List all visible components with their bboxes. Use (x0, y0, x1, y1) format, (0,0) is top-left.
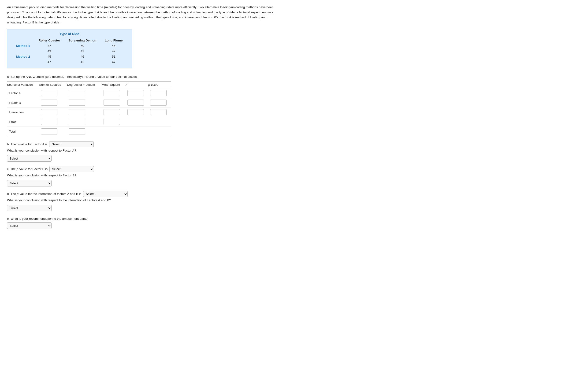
sd-1-2: 42 (64, 48, 101, 54)
interaction-ms[interactable] (104, 109, 120, 115)
col-header-0 (12, 38, 34, 43)
q-b-conclusion-select[interactable]: Select (7, 155, 52, 162)
lf-2-1: 51 (101, 54, 127, 59)
col-header-2: Screaming Demon (64, 38, 101, 43)
col-header-3: Long Flume (101, 38, 127, 43)
rc-1-1: 47 (34, 43, 64, 48)
q-d-conclusion-select[interactable]: Select (7, 205, 52, 211)
q-b-pvalue-select-wrapper: Select (49, 141, 94, 147)
factor-b-pvalue[interactable] (150, 100, 167, 106)
factor-b-row: Factor B (7, 98, 171, 108)
q-e-label: e. What is your recommendation to the am… (7, 215, 274, 222)
q-c-pvalue-select-wrapper: Select (49, 166, 94, 172)
method-2-label: Method 2 (12, 54, 34, 59)
factor-a-label: Factor A (7, 88, 39, 98)
method-2-label-2 (12, 59, 34, 65)
q-d-conclusion-label: What is your conclusion with respect to … (7, 197, 274, 203)
q-b-conclusion-label: What is your conclusion with respect to … (7, 147, 274, 154)
type-of-ride-header: Type of Ride (12, 32, 127, 36)
q-b-label: b. The p-value for Factor A is Select (7, 141, 274, 147)
factor-a-row: Factor A (7, 88, 171, 98)
error-df[interactable] (69, 119, 85, 125)
q-e-select[interactable]: Select (7, 222, 52, 229)
factor-b-label: Factor B (7, 98, 39, 108)
data-table: Roller Coaster Screaming Demon Long Flum… (12, 38, 127, 65)
lf-1-1: 46 (101, 43, 127, 48)
q-c-label: c. The p-value for Factor B is Select (7, 166, 274, 172)
anova-section: a. Set up the ANOVA table (to 2 decimal,… (7, 75, 274, 136)
q-c-conclusion-select[interactable]: Select (7, 180, 52, 187)
q-c-text1: c. The p-value for Factor B is (7, 166, 47, 172)
interaction-label: Interaction (7, 108, 39, 117)
col-ms: Mean Square (102, 82, 126, 88)
col-header-1: Roller Coaster (34, 38, 64, 43)
error-row: Error (7, 117, 171, 127)
total-label: Total (7, 127, 39, 136)
table-row: 47 42 47 (12, 59, 127, 65)
q-d-text1: d. The p-value for the interaction of fa… (7, 191, 81, 197)
question-c: c. The p-value for Factor B is Select Wh… (7, 166, 274, 187)
factor-a-pvalue[interactable] (150, 90, 167, 96)
anova-table: Source of Variation Sum of Squares Degre… (7, 81, 171, 136)
factor-b-ms[interactable] (104, 100, 120, 106)
q-e-select-wrapper: Select (7, 222, 274, 229)
q-d-conclusion-select-wrapper: Select (7, 205, 274, 211)
factor-b-ss[interactable] (41, 100, 57, 106)
interaction-f[interactable] (127, 109, 144, 115)
error-ss[interactable] (41, 119, 57, 125)
data-table-container: Type of Ride Roller Coaster Screaming De… (7, 29, 132, 68)
interaction-ss[interactable] (41, 109, 57, 115)
col-pvalue: p-value (148, 82, 171, 88)
factor-a-df[interactable] (69, 90, 85, 96)
total-ss[interactable] (41, 128, 57, 134)
question-d: d. The p-value for the interaction of fa… (7, 191, 274, 211)
q-c-conclusion-select-wrapper: Select (7, 180, 274, 187)
method-1-label-2 (12, 48, 34, 54)
error-label: Error (7, 117, 39, 127)
lf-1-2: 42 (101, 48, 127, 54)
sd-1-1: 50 (64, 43, 101, 48)
rc-1-2: 49 (34, 48, 64, 54)
col-f: F (126, 82, 148, 88)
rc-2-1: 45 (34, 54, 64, 59)
q-c-conclusion-label: What is your conclusion with respect to … (7, 172, 274, 178)
sd-2-1: 46 (64, 54, 101, 59)
question-e: e. What is your recommendation to the am… (7, 215, 274, 229)
q-b-text1: b. The p-value for Factor A is (7, 141, 47, 147)
col-source: Source of Variation (7, 82, 39, 88)
q-b-pvalue-select[interactable]: Select (49, 141, 94, 147)
interaction-pvalue[interactable] (150, 109, 167, 115)
q-b-conclusion-select-wrapper: Select (7, 155, 274, 162)
table-row: Method 1 47 50 46 (12, 43, 127, 48)
table-row: Method 2 45 46 51 (12, 54, 127, 59)
factor-b-df[interactable] (69, 100, 85, 106)
q-c-pvalue-select[interactable]: Select (49, 166, 94, 172)
rc-2-2: 47 (34, 59, 64, 65)
q-d-pvalue-select[interactable]: Select (83, 191, 128, 197)
factor-a-ss[interactable] (41, 90, 57, 96)
total-df[interactable] (69, 128, 85, 134)
factor-b-f[interactable] (127, 100, 144, 106)
question-b: b. The p-value for Factor A is Select Wh… (7, 141, 274, 162)
q-d-label: d. The p-value for the interaction of fa… (7, 191, 274, 197)
anova-instruction: a. Set up the ANOVA table (to 2 decimal,… (7, 75, 274, 79)
intro-text: An amusement park studied methods for de… (7, 5, 274, 25)
lf-2-2: 47 (101, 59, 127, 65)
col-ss: Sum of Squares (39, 82, 67, 88)
sd-2-2: 42 (64, 59, 101, 65)
factor-a-f[interactable] (127, 90, 144, 96)
factor-a-ms[interactable] (104, 90, 120, 96)
error-ms[interactable] (104, 119, 120, 125)
method-1-label: Method 1 (12, 43, 34, 48)
col-df: Degrees of Freedom (67, 82, 102, 88)
interaction-df[interactable] (69, 109, 85, 115)
table-row: 49 42 42 (12, 48, 127, 54)
q-d-pvalue-select-wrapper: Select (83, 191, 128, 197)
total-row: Total (7, 127, 171, 136)
interaction-row: Interaction (7, 108, 171, 117)
